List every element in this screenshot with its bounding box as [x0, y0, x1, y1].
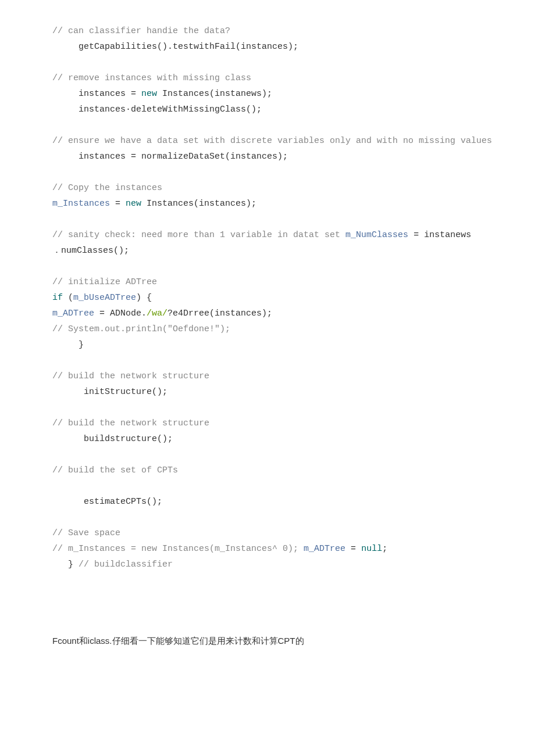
comment-line: // buildclassifier — [79, 560, 173, 569]
code-text: ( — [63, 293, 73, 303]
variable: m_ADTree — [304, 544, 345, 554]
comment-line: // Save space — [52, 528, 120, 538]
null-literal: null — [361, 544, 382, 554]
comment-line: // initialize ADTree — [52, 277, 157, 287]
code-text: ?e4Drree(instances); — [167, 309, 272, 318]
comment-line: // build the set of CPTs — [52, 465, 178, 475]
code-text: ; — [382, 544, 387, 554]
code-text: = — [110, 199, 126, 209]
keyword: new — [126, 199, 141, 209]
comment-line: // remove instances with missing class — [52, 73, 251, 83]
prose-paragraph: Fcount和iclass.仔细看一下能够知道它们是用来计数和计算CPT的 — [52, 633, 483, 648]
comment-line: // sanity check: need more than 1 variab… — [52, 230, 345, 240]
code-line: instances = — [52, 89, 141, 99]
code-line: getCapabilities().testwithFail(instances… — [52, 42, 298, 52]
comment-line: // Copy the instances — [52, 183, 162, 193]
code-text: Instances(instances); — [141, 199, 256, 209]
variable: m_Instances — [52, 199, 110, 209]
code-line: initStructure(); — [52, 387, 167, 397]
code-text: = instanews — [408, 230, 471, 240]
variable: m_NumClasses — [345, 230, 408, 240]
comment-line: // build the network structure — [52, 371, 209, 381]
code-line: instances = normalizeDataSet(instances); — [52, 152, 288, 162]
code-line: } — [52, 340, 84, 350]
code-block: // can classifier handie the data? getCa… — [52, 23, 483, 572]
keyword: new — [141, 89, 157, 99]
code-text: = ADNode. — [94, 309, 147, 318]
comment-line: // ensure we have a data set with discre… — [52, 136, 492, 146]
code-line: instances·deleteWithMissingClass(); — [52, 105, 262, 114]
comment-line: // can classifier handie the data? — [52, 26, 230, 36]
code-text: Instances(instanews); — [157, 89, 272, 99]
comment-line: // System.out.println("Oefdone!"); — [52, 324, 230, 334]
comment-line: // build the network structure — [52, 418, 209, 428]
variable: m_bUseADTree — [73, 293, 136, 303]
code-text: ) { — [136, 293, 152, 303]
code-line: estimateCPTs(); — [52, 497, 162, 507]
code-text — [298, 544, 304, 554]
code-text: } — [52, 560, 79, 569]
variable: m_ADTree — [52, 309, 94, 318]
comment-line: // m_Instances = new Instances(m_Instanc… — [52, 544, 298, 554]
operator: /wa/ — [147, 309, 167, 318]
code-text: ．numClasses(); — [52, 246, 129, 256]
code-text: = — [345, 544, 361, 554]
code-line: buildstructure(); — [52, 434, 173, 444]
keyword: if — [52, 293, 63, 303]
